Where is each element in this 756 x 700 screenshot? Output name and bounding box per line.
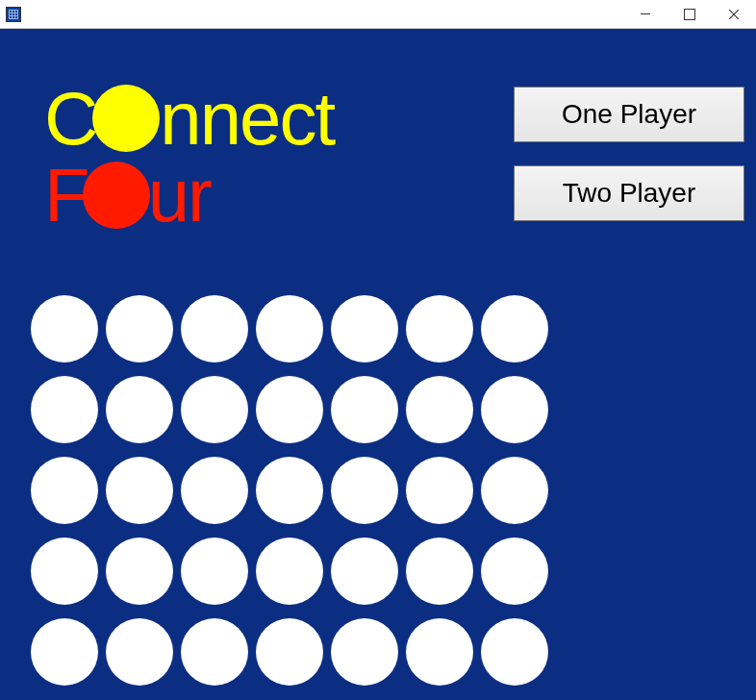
logo-text-nnect: nnect [160, 81, 334, 156]
board-cell[interactable] [331, 376, 398, 443]
one-player-button[interactable]: One Player [514, 87, 744, 142]
board-cell[interactable] [31, 618, 98, 686]
board-cell[interactable] [106, 457, 173, 524]
board-cell[interactable] [106, 618, 173, 686]
board-cell[interactable] [256, 538, 323, 605]
logo-text-ur: ur [148, 158, 211, 233]
board-cell[interactable] [181, 295, 248, 362]
board-cell[interactable] [31, 538, 98, 605]
board-cell[interactable] [406, 538, 473, 605]
logo-line-connect: C nnect [44, 81, 334, 156]
board-cell[interactable] [331, 295, 398, 362]
board-cell[interactable] [31, 376, 98, 443]
board-cell[interactable] [406, 457, 473, 524]
mode-buttons: One Player Two Player [514, 87, 744, 221]
logo-text-f: F [44, 158, 88, 233]
game-board[interactable] [27, 288, 552, 692]
board-cell[interactable] [406, 295, 473, 362]
board-cell[interactable] [481, 538, 548, 605]
board-cell[interactable] [106, 295, 173, 362]
board-cell[interactable] [106, 376, 173, 443]
board-cell[interactable] [331, 618, 398, 686]
board-cell[interactable] [481, 457, 548, 524]
close-button[interactable] [712, 0, 756, 28]
board-cell[interactable] [181, 457, 248, 524]
yellow-disc-icon [92, 85, 160, 152]
game-area: C nnect F ur One Player Two Player [0, 29, 756, 700]
board-cell[interactable] [256, 457, 323, 524]
board-cell[interactable] [481, 295, 548, 362]
board-cell[interactable] [331, 538, 398, 605]
board-cell[interactable] [181, 538, 248, 605]
board-cell[interactable] [106, 538, 173, 605]
window-controls [623, 0, 756, 28]
game-title-logo: C nnect F ur [44, 81, 334, 233]
board-cell[interactable] [31, 295, 98, 362]
logo-line-four: F ur [44, 158, 334, 233]
board-cell[interactable] [256, 618, 323, 686]
board-cell[interactable] [181, 376, 248, 443]
board-cell[interactable] [406, 618, 473, 686]
board-cell[interactable] [481, 376, 548, 443]
board-cell[interactable] [256, 376, 323, 443]
board-cell[interactable] [181, 618, 248, 686]
window-titlebar [0, 0, 756, 29]
board-cell[interactable] [331, 457, 398, 524]
board-cell[interactable] [31, 457, 98, 524]
minimize-button[interactable] [623, 0, 668, 28]
app-icon [6, 7, 21, 22]
board-cell[interactable] [481, 618, 548, 686]
board-cell[interactable] [256, 295, 323, 362]
red-disc-icon [83, 162, 150, 229]
logo-text-c: C [44, 81, 96, 156]
board-cell[interactable] [406, 376, 473, 443]
two-player-button[interactable]: Two Player [514, 165, 744, 221]
maximize-button[interactable] [668, 0, 712, 28]
